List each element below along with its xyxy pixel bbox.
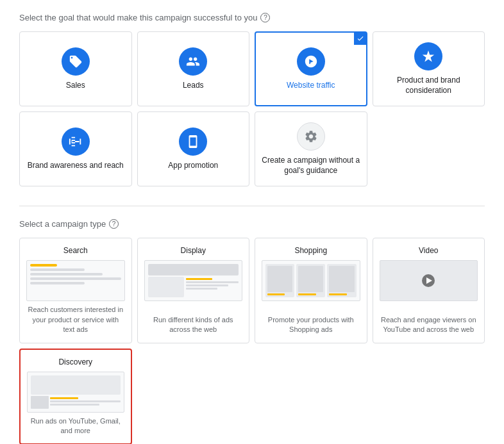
- discovery-ad-preview: [27, 372, 124, 413]
- campaign-type-section: Select a campaign type ? Search Reach cu…: [19, 219, 485, 444]
- section-divider: [19, 206, 485, 206]
- goal-card-leads[interactable]: Leads: [137, 31, 250, 106]
- sales-label: Sales: [66, 81, 85, 91]
- display-ad-preview: [144, 260, 243, 301]
- campaign-help-icon[interactable]: ?: [109, 219, 119, 229]
- campaign-card-display[interactable]: Display Run different kinds of ads acros…: [137, 238, 250, 343]
- app-promotion-label: App promotion: [168, 161, 218, 171]
- shopping-ad-preview: [262, 260, 360, 301]
- display-campaign-desc: Run different kinds of ads across the we…: [144, 315, 243, 335]
- video-campaign-label: Video: [419, 246, 438, 255]
- shopping-campaign-label: Shopping: [294, 246, 327, 255]
- shopping-campaign-desc: Promote your products with Shopping ads: [262, 315, 360, 335]
- goals-row1: Sales Leads Website traffic: [19, 31, 485, 106]
- display-campaign-label: Display: [181, 246, 206, 255]
- leads-label: Leads: [183, 81, 204, 91]
- discovery-campaign-desc: Run ads on YouTube, Gmail, and more: [27, 416, 124, 436]
- sales-icon-circle: [62, 47, 90, 76]
- campaign-section-label: Select a campaign type ?: [19, 219, 485, 229]
- no-goal-icon-circle: [297, 122, 325, 151]
- speaker-icon: [69, 135, 83, 149]
- discovery-campaign-label: Discovery: [58, 358, 92, 366]
- campaign-card-video[interactable]: Video Reach and engage viewers on YouTub…: [373, 238, 485, 343]
- product-brand-icon-circle: [414, 42, 442, 70]
- gear-icon: [304, 129, 318, 144]
- goals-row2: Brand awareness and reach App promotion …: [19, 111, 485, 186]
- campaign-row1: Search Reach customers interested in you…: [19, 238, 485, 343]
- goal-card-website-traffic[interactable]: Website traffic: [255, 31, 367, 106]
- goals-section: Select the goal that would make this cam…: [19, 13, 485, 186]
- goal-card-no-goal[interactable]: Create a campaign without a goal's guida…: [255, 111, 367, 186]
- campaign-empty-1: [137, 349, 250, 444]
- goal-card-brand-awareness[interactable]: Brand awareness and reach: [19, 111, 132, 186]
- check-icon: [357, 35, 364, 42]
- campaign-card-discovery[interactable]: Discovery Run ads on YouTube, Gmail, and…: [19, 349, 132, 444]
- website-traffic-label: Website traffic: [287, 81, 335, 91]
- search-ad-preview: [26, 260, 125, 301]
- tag-icon: [69, 54, 83, 69]
- goal-card-app-promotion[interactable]: App promotion: [137, 111, 250, 186]
- campaign-card-shopping[interactable]: Shopping Promote your products with Shop…: [255, 238, 367, 343]
- video-ad-preview: [380, 260, 478, 301]
- mobile-icon: [186, 135, 200, 149]
- play-button-icon: [422, 274, 435, 287]
- app-promotion-icon-circle: [179, 127, 207, 156]
- no-goal-label: Create a campaign without a goal's guida…: [262, 156, 360, 176]
- sparkle-icon: [421, 49, 435, 63]
- product-brand-label: Product and brand consideration: [380, 76, 478, 95]
- campaign-empty-2: [255, 349, 367, 444]
- goal-card-product-brand[interactable]: Product and brand consideration: [373, 31, 485, 106]
- goals-section-label: Select the goal that would make this cam…: [19, 13, 485, 22]
- selected-check-badge: [354, 32, 367, 45]
- brand-awareness-label: Brand awareness and reach: [28, 161, 124, 171]
- leads-icon-circle: [179, 47, 207, 76]
- goals-help-icon[interactable]: ?: [260, 13, 270, 22]
- brand-awareness-icon-circle: [62, 127, 90, 156]
- website-traffic-icon-circle: [297, 47, 325, 76]
- campaign-card-search[interactable]: Search Reach customers interested in you…: [19, 238, 132, 343]
- video-campaign-desc: Reach and engage viewers on YouTube and …: [380, 315, 478, 335]
- goal-card-sales[interactable]: Sales: [19, 31, 132, 106]
- campaign-empty-3: [373, 349, 485, 444]
- search-campaign-desc: Reach customers interested in your produ…: [26, 305, 125, 334]
- search-campaign-label: Search: [63, 246, 88, 255]
- cursor-icon: [304, 54, 318, 69]
- people-icon: [186, 54, 200, 69]
- campaign-row2: Discovery Run ads on YouTube, Gmail, and…: [19, 349, 485, 444]
